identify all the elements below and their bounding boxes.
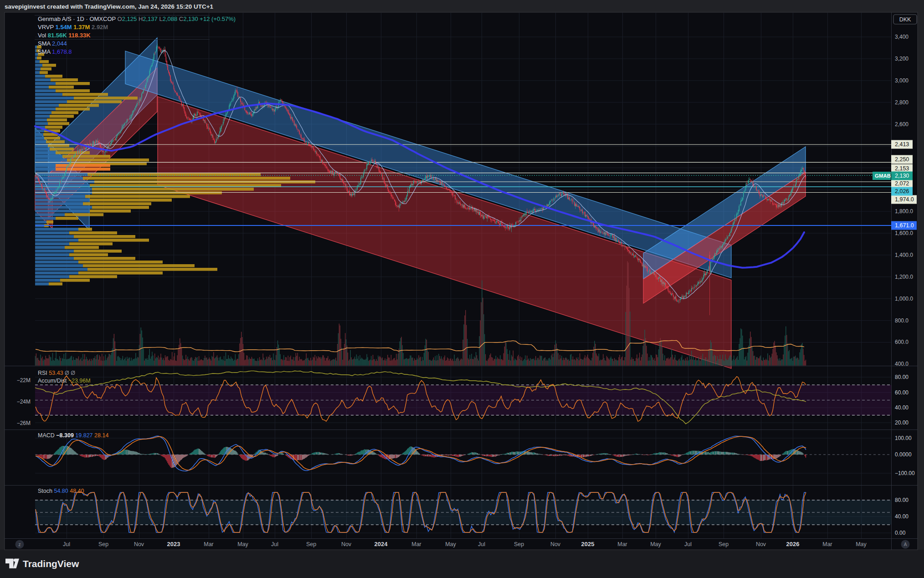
svg-text:1,671.0: 1,671.0 [895,222,914,229]
svg-text:Stoch 54.80 48.40: Stoch 54.80 48.40 [38,488,84,494]
svg-text:2,130: 2,130 [895,173,909,179]
svg-text:3,000: 3,000 [895,77,909,84]
svg-text:Sep: Sep [98,541,108,547]
svg-text:Nov: Nov [550,541,561,547]
svg-text:Sep: Sep [306,541,316,547]
svg-text:RSI 53.43 Ø Ø: RSI 53.43 Ø Ø [38,370,75,376]
svg-text:2023: 2023 [167,541,180,547]
svg-text:TradingView: TradingView [23,558,79,569]
svg-text:Jul: Jul [478,541,485,547]
svg-text:−22M: −22M [17,377,31,384]
svg-text:Nov: Nov [756,541,766,547]
svg-text:Sep: Sep [514,541,524,547]
svg-text:800.0: 800.0 [895,317,909,324]
svg-text:Vol 81.56K 118.33K: Vol 81.56K 118.33K [38,32,91,39]
svg-text:1,800.0: 1,800.0 [895,208,913,215]
svg-text:Jul: Jul [63,541,70,547]
svg-text:1,200.0: 1,200.0 [895,274,913,280]
svg-text:2,072: 2,072 [895,180,909,187]
svg-text:0.00: 0.00 [895,530,906,536]
svg-text:Mar: Mar [617,541,627,547]
svg-text:Mar: Mar [411,541,421,547]
svg-text:3,400: 3,400 [895,34,909,40]
svg-text:40.00: 40.00 [895,404,909,411]
svg-text:Sep: Sep [719,541,729,547]
svg-text:2,800: 2,800 [895,99,909,106]
svg-text:−100.00: −100.00 [895,470,915,476]
svg-text:2,153: 2,153 [895,165,909,172]
svg-text:GMAB: GMAB [875,173,891,179]
svg-text:20.00: 20.00 [895,419,909,426]
svg-text:Nov: Nov [134,541,144,547]
svg-text:40.00: 40.00 [895,513,909,520]
svg-text:−24M: −24M [17,399,31,405]
svg-text:Jul: Jul [684,541,692,547]
svg-text:May: May [445,541,456,547]
svg-text:SMA 1,678.8: SMA 1,678.8 [38,48,72,55]
svg-text:2,250: 2,250 [895,156,909,163]
svg-text:1,600.0: 1,600.0 [895,230,913,236]
svg-text:2,413: 2,413 [895,141,909,148]
svg-text:A: A [904,542,907,547]
svg-text:0.0000: 0.0000 [895,451,912,458]
svg-text:savepiginvest created with Tra: savepiginvest created with TradingView.c… [5,3,214,10]
svg-text:May: May [650,541,661,547]
svg-text:May: May [237,541,248,547]
svg-text:1,000.0: 1,000.0 [895,296,913,302]
svg-text:600.0: 600.0 [895,339,909,345]
svg-text:Genmab A/S · 1D · OMXCOP O2,12: Genmab A/S · 1D · OMXCOP O2,125 H2,137 L… [38,15,236,22]
svg-text:2025: 2025 [581,541,595,547]
svg-text:100.00: 100.00 [895,435,912,441]
svg-text:VRVP 1.54M 1.37M 2.92M: VRVP 1.54M 1.37M 2.92M [38,24,108,31]
svg-text:80.00: 80.00 [895,374,909,380]
svg-text:1,400.0: 1,400.0 [895,252,913,258]
svg-text:2024: 2024 [375,541,388,547]
svg-text:z: z [19,542,21,547]
svg-text:Mar: Mar [822,541,832,547]
svg-text:−26M: −26M [17,420,31,426]
svg-text:Accum/Dist −23.96M: Accum/Dist −23.96M [38,378,91,384]
svg-text:80.00: 80.00 [895,497,909,503]
svg-text:2026: 2026 [786,541,800,547]
svg-text:May: May [856,541,867,547]
svg-text:1,974.0: 1,974.0 [895,196,914,203]
svg-text:SMA 2,044: SMA 2,044 [38,40,67,47]
svg-text:Mar: Mar [204,541,214,547]
svg-text:2,600: 2,600 [895,121,909,128]
svg-text:3,200: 3,200 [895,56,909,62]
svg-text:MACD −8.309 19.827 28.14: MACD −8.309 19.827 28.14 [38,432,108,439]
svg-text:DKK: DKK [899,16,911,23]
svg-text:400.0: 400.0 [895,361,909,367]
svg-text:Jul: Jul [271,541,278,547]
svg-text:Nov: Nov [341,541,352,547]
svg-text:2,026: 2,026 [895,188,909,194]
svg-text:60.00: 60.00 [895,389,909,396]
